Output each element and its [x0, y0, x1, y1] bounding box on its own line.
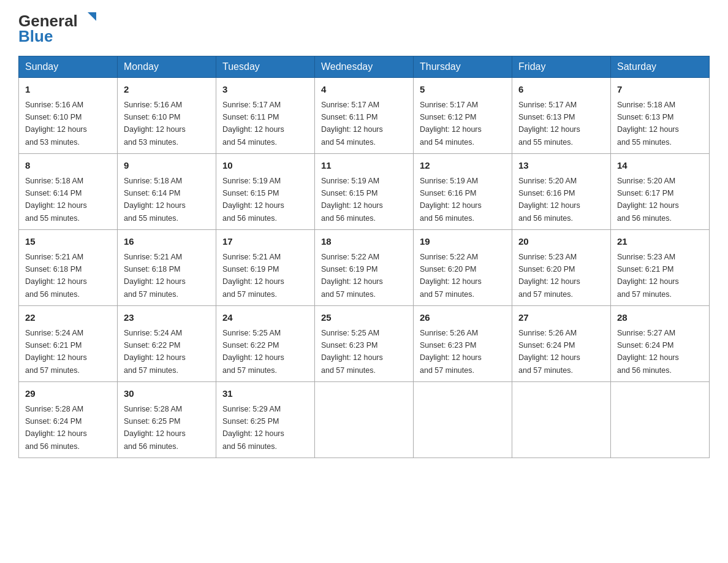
weekday-header-sunday: Sunday	[19, 56, 118, 78]
day-number: 12	[420, 159, 506, 173]
day-info: Sunrise: 5:21 AMSunset: 6:19 PMDaylight:…	[222, 253, 284, 299]
day-number: 24	[222, 311, 308, 325]
day-number: 9	[124, 159, 210, 173]
day-info: Sunrise: 5:29 AMSunset: 6:25 PMDaylight:…	[222, 405, 284, 451]
calendar-cell: 14 Sunrise: 5:20 AMSunset: 6:17 PMDaylig…	[611, 154, 710, 230]
day-info: Sunrise: 5:22 AMSunset: 6:20 PMDaylight:…	[420, 253, 482, 299]
day-number: 8	[25, 159, 111, 173]
day-number: 16	[124, 235, 210, 249]
weekday-header-monday: Monday	[118, 56, 216, 78]
day-info: Sunrise: 5:23 AMSunset: 6:21 PMDaylight:…	[617, 253, 679, 299]
weekday-header-saturday: Saturday	[611, 56, 710, 78]
calendar-cell: 7 Sunrise: 5:18 AMSunset: 6:13 PMDayligh…	[611, 78, 710, 154]
day-info: Sunrise: 5:26 AMSunset: 6:24 PMDaylight:…	[518, 329, 580, 375]
day-info: Sunrise: 5:22 AMSunset: 6:19 PMDaylight:…	[321, 253, 383, 299]
calendar-cell: 16 Sunrise: 5:21 AMSunset: 6:18 PMDaylig…	[118, 230, 216, 306]
calendar-cell	[512, 382, 611, 458]
calendar-cell	[611, 382, 710, 458]
page-header: General Blue	[18, 12, 710, 45]
weekday-header-tuesday: Tuesday	[216, 56, 315, 78]
logo-triangle-icon	[79, 11, 96, 28]
calendar-cell	[315, 382, 414, 458]
logo: General Blue	[18, 12, 96, 45]
svg-marker-0	[88, 12, 96, 21]
calendar-cell: 22 Sunrise: 5:24 AMSunset: 6:21 PMDaylig…	[19, 306, 118, 382]
day-number: 31	[222, 387, 308, 401]
day-number: 29	[25, 387, 111, 401]
calendar-cell: 17 Sunrise: 5:21 AMSunset: 6:19 PMDaylig…	[216, 230, 315, 306]
day-info: Sunrise: 5:17 AMSunset: 6:11 PMDaylight:…	[222, 101, 284, 147]
calendar-cell: 18 Sunrise: 5:22 AMSunset: 6:19 PMDaylig…	[315, 230, 414, 306]
day-number: 13	[518, 159, 604, 173]
day-number: 5	[420, 83, 506, 97]
day-info: Sunrise: 5:20 AMSunset: 6:16 PMDaylight:…	[518, 177, 580, 223]
day-number: 1	[25, 83, 111, 97]
calendar-cell: 5 Sunrise: 5:17 AMSunset: 6:12 PMDayligh…	[414, 78, 512, 154]
calendar-cell: 21 Sunrise: 5:23 AMSunset: 6:21 PMDaylig…	[611, 230, 710, 306]
day-number: 26	[420, 311, 506, 325]
calendar-cell: 28 Sunrise: 5:27 AMSunset: 6:24 PMDaylig…	[611, 306, 710, 382]
calendar-cell	[414, 382, 512, 458]
day-number: 23	[124, 311, 210, 325]
week-row-3: 15 Sunrise: 5:21 AMSunset: 6:18 PMDaylig…	[19, 230, 710, 306]
day-info: Sunrise: 5:16 AMSunset: 6:10 PMDaylight:…	[124, 101, 186, 147]
calendar-cell: 29 Sunrise: 5:28 AMSunset: 6:24 PMDaylig…	[19, 382, 118, 458]
day-info: Sunrise: 5:21 AMSunset: 6:18 PMDaylight:…	[25, 253, 87, 299]
calendar-cell: 9 Sunrise: 5:18 AMSunset: 6:14 PMDayligh…	[118, 154, 216, 230]
day-info: Sunrise: 5:24 AMSunset: 6:21 PMDaylight:…	[25, 329, 87, 375]
day-info: Sunrise: 5:19 AMSunset: 6:15 PMDaylight:…	[222, 177, 284, 223]
calendar-cell: 4 Sunrise: 5:17 AMSunset: 6:11 PMDayligh…	[315, 78, 414, 154]
calendar-cell: 15 Sunrise: 5:21 AMSunset: 6:18 PMDaylig…	[19, 230, 118, 306]
day-info: Sunrise: 5:23 AMSunset: 6:20 PMDaylight:…	[518, 253, 580, 299]
day-number: 10	[222, 159, 308, 173]
calendar-cell: 11 Sunrise: 5:19 AMSunset: 6:15 PMDaylig…	[315, 154, 414, 230]
day-info: Sunrise: 5:19 AMSunset: 6:15 PMDaylight:…	[321, 177, 383, 223]
day-info: Sunrise: 5:17 AMSunset: 6:12 PMDaylight:…	[420, 101, 482, 147]
day-number: 3	[222, 83, 308, 97]
week-row-2: 8 Sunrise: 5:18 AMSunset: 6:14 PMDayligh…	[19, 154, 710, 230]
calendar-cell: 1 Sunrise: 5:16 AMSunset: 6:10 PMDayligh…	[19, 78, 118, 154]
calendar-cell: 12 Sunrise: 5:19 AMSunset: 6:16 PMDaylig…	[414, 154, 512, 230]
weekday-header-friday: Friday	[512, 56, 611, 78]
week-row-4: 22 Sunrise: 5:24 AMSunset: 6:21 PMDaylig…	[19, 306, 710, 382]
day-info: Sunrise: 5:27 AMSunset: 6:24 PMDaylight:…	[617, 329, 679, 375]
day-number: 21	[617, 235, 703, 249]
day-info: Sunrise: 5:18 AMSunset: 6:14 PMDaylight:…	[25, 177, 87, 223]
day-number: 19	[420, 235, 506, 249]
day-info: Sunrise: 5:28 AMSunset: 6:24 PMDaylight:…	[25, 405, 87, 451]
day-number: 6	[518, 83, 604, 97]
day-number: 2	[124, 83, 210, 97]
day-number: 28	[617, 311, 703, 325]
calendar-cell: 3 Sunrise: 5:17 AMSunset: 6:11 PMDayligh…	[216, 78, 315, 154]
day-number: 22	[25, 311, 111, 325]
calendar-cell: 30 Sunrise: 5:28 AMSunset: 6:25 PMDaylig…	[118, 382, 216, 458]
calendar-cell: 20 Sunrise: 5:23 AMSunset: 6:20 PMDaylig…	[512, 230, 611, 306]
day-number: 15	[25, 235, 111, 249]
logo-blue-text: Blue	[18, 28, 53, 45]
calendar-cell: 10 Sunrise: 5:19 AMSunset: 6:15 PMDaylig…	[216, 154, 315, 230]
day-number: 30	[124, 387, 210, 401]
day-number: 4	[321, 83, 407, 97]
calendar-cell: 2 Sunrise: 5:16 AMSunset: 6:10 PMDayligh…	[118, 78, 216, 154]
day-number: 27	[518, 311, 604, 325]
day-info: Sunrise: 5:16 AMSunset: 6:10 PMDaylight:…	[25, 101, 87, 147]
weekday-header-row: SundayMondayTuesdayWednesdayThursdayFrid…	[19, 56, 710, 78]
calendar-cell: 25 Sunrise: 5:25 AMSunset: 6:23 PMDaylig…	[315, 306, 414, 382]
day-info: Sunrise: 5:20 AMSunset: 6:17 PMDaylight:…	[617, 177, 679, 223]
weekday-header-thursday: Thursday	[414, 56, 512, 78]
day-info: Sunrise: 5:28 AMSunset: 6:25 PMDaylight:…	[124, 405, 186, 451]
day-number: 20	[518, 235, 604, 249]
day-info: Sunrise: 5:18 AMSunset: 6:13 PMDaylight:…	[617, 101, 679, 147]
day-info: Sunrise: 5:26 AMSunset: 6:23 PMDaylight:…	[420, 329, 482, 375]
calendar-cell: 19 Sunrise: 5:22 AMSunset: 6:20 PMDaylig…	[414, 230, 512, 306]
calendar-cell: 6 Sunrise: 5:17 AMSunset: 6:13 PMDayligh…	[512, 78, 611, 154]
calendar-cell: 24 Sunrise: 5:25 AMSunset: 6:22 PMDaylig…	[216, 306, 315, 382]
week-row-5: 29 Sunrise: 5:28 AMSunset: 6:24 PMDaylig…	[19, 382, 710, 458]
calendar-cell: 23 Sunrise: 5:24 AMSunset: 6:22 PMDaylig…	[118, 306, 216, 382]
day-number: 14	[617, 159, 703, 173]
day-info: Sunrise: 5:25 AMSunset: 6:22 PMDaylight:…	[222, 329, 284, 375]
day-info: Sunrise: 5:25 AMSunset: 6:23 PMDaylight:…	[321, 329, 383, 375]
day-number: 11	[321, 159, 407, 173]
calendar-cell: 13 Sunrise: 5:20 AMSunset: 6:16 PMDaylig…	[512, 154, 611, 230]
calendar-cell: 27 Sunrise: 5:26 AMSunset: 6:24 PMDaylig…	[512, 306, 611, 382]
